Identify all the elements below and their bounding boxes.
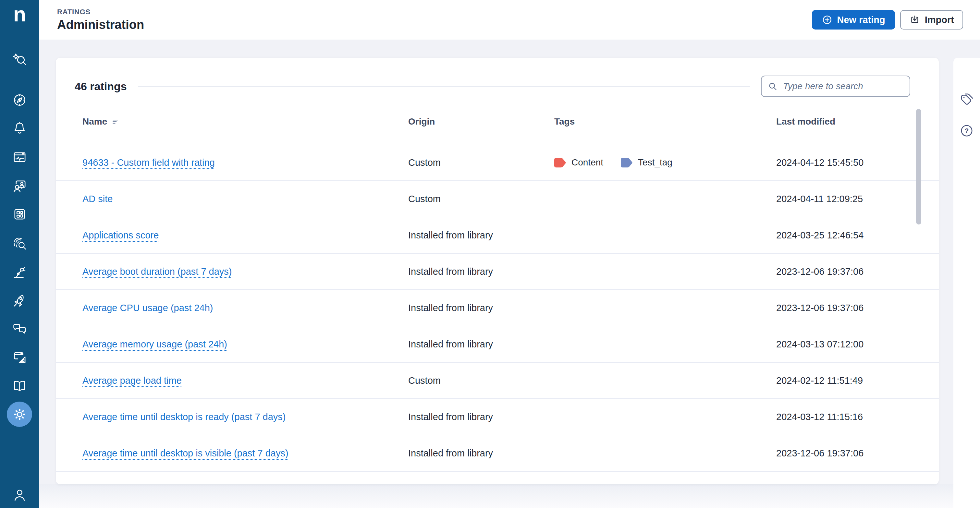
rating-name-link[interactable]: Average time until desktop is visible (p…: [83, 448, 288, 458]
rating-name-link[interactable]: Average CPU usage (past 24h): [83, 303, 213, 313]
sidebar-item-investigations[interactable]: [11, 235, 28, 251]
new-rating-button[interactable]: New rating: [812, 10, 895, 30]
search-box: [761, 76, 910, 97]
rating-name-link[interactable]: Average Wi-Fi signal strength (past 24h): [83, 484, 251, 485]
origin-cell: Installed from library: [408, 484, 554, 485]
chat-bubbles-icon: [12, 321, 27, 337]
sidebar-item-applications[interactable]: [11, 206, 28, 222]
page-title: Administration: [57, 18, 144, 32]
nexthink-logo[interactable]: n: [0, 2, 39, 27]
rating-name-link[interactable]: Average time until desktop is ready (pas…: [83, 412, 286, 422]
last-modified-cell: 2024-03-25 12:46:54: [776, 230, 906, 241]
tag-chip: Content: [554, 157, 603, 168]
sidebar-item-training[interactable]: [11, 178, 28, 194]
import-label: Import: [925, 14, 954, 25]
origin-cell: Custom: [408, 157, 554, 168]
last-modified-cell: 2024-04-11 12:09:25: [776, 194, 906, 204]
table-row: Average CPU usage (past 24h) Installed f…: [56, 290, 939, 326]
tag-icon: [959, 92, 974, 106]
people-screen-icon: [12, 178, 27, 194]
sidebar-item-workspace-design[interactable]: [11, 349, 28, 365]
tag-chip: Test_tag: [621, 157, 672, 168]
table-row: Average Wi-Fi signal strength (past 24h)…: [56, 471, 939, 484]
table-body: 94633 - Custom field with rating Custom …: [56, 144, 939, 484]
origin-cell: Custom: [408, 375, 554, 386]
header-actions: New rating Import: [812, 10, 963, 30]
sidebar-item-discover[interactable]: [11, 92, 28, 108]
apps-grid-icon: [12, 206, 27, 222]
tag-shape-icon: [554, 158, 566, 168]
table-row: AD site Custom 2024-04-11 12:09:25: [56, 181, 939, 217]
fingerprint-search-icon: [12, 236, 27, 251]
origin-cell: Installed from library: [408, 412, 554, 422]
top-bar: RATINGS Administration New rating Import: [39, 0, 980, 40]
rating-name-link[interactable]: AD site: [83, 194, 113, 204]
last-modified-cell: 2023-12-06 19:37:06: [776, 484, 906, 485]
sidebar-item-adoption[interactable]: [11, 292, 28, 308]
page-heading: RATINGS Administration: [57, 8, 144, 32]
table-row: Applications score Installed from librar…: [56, 217, 939, 254]
help-button[interactable]: ?: [959, 123, 974, 138]
breadcrumb: RATINGS: [57, 8, 144, 16]
origin-cell: Custom: [408, 194, 554, 204]
table-row: Average boot duration (past 7 days) Inst…: [56, 254, 939, 290]
heading-divider: [138, 86, 750, 87]
tag-label: Test_tag: [638, 157, 672, 168]
new-rating-label: New rating: [837, 14, 885, 25]
svg-text:?: ?: [965, 127, 969, 134]
rating-name-link[interactable]: 94633 - Custom field with rating: [83, 157, 215, 168]
right-panel: ?: [953, 58, 980, 508]
table-row: 94633 - Custom field with rating Custom …: [56, 144, 939, 181]
ratings-count: 46 ratings: [75, 80, 127, 93]
table-row: Average page load time Custom 2024-02-12…: [56, 363, 939, 399]
sidebar-item-alerts[interactable]: [11, 120, 28, 136]
column-header-last-modified: Last modified: [776, 116, 906, 127]
sidebar-item-library[interactable]: [11, 378, 28, 394]
sidebar-item-account[interactable]: [11, 487, 28, 503]
table-row: Average time until desktop is ready (pas…: [56, 399, 939, 435]
gear-icon: [12, 407, 27, 422]
person-icon: [12, 487, 27, 502]
import-icon: [909, 14, 920, 25]
compass-icon: [12, 92, 27, 108]
tag-label: Content: [571, 157, 603, 168]
left-sidebar: n: [0, 0, 39, 508]
sidebar-item-automation[interactable]: [11, 264, 28, 280]
background-fade: [39, 484, 953, 508]
column-header-name[interactable]: Name: [83, 116, 408, 127]
plus-circle-icon: [822, 14, 833, 25]
last-modified-cell: 2024-02-12 11:51:49: [776, 375, 906, 386]
import-button[interactable]: Import: [900, 10, 963, 30]
bell-icon: [12, 121, 27, 136]
origin-cell: Installed from library: [408, 303, 554, 313]
sidebar-item-ai-search[interactable]: [11, 52, 28, 68]
last-modified-cell: 2023-12-06 19:37:06: [776, 303, 906, 313]
card-header: 46 ratings: [56, 71, 939, 102]
rating-name-link[interactable]: Average memory usage (past 24h): [83, 339, 227, 349]
rating-name-link[interactable]: Applications score: [83, 230, 159, 240]
sidebar-item-settings[interactable]: [7, 402, 32, 427]
table-row: Average time until desktop is visible (p…: [56, 435, 939, 471]
ai-search-icon: [12, 52, 27, 68]
sidebar-item-engage[interactable]: [11, 321, 28, 337]
question-mark-icon: ?: [959, 123, 974, 138]
origin-cell: Installed from library: [408, 266, 554, 277]
column-header-tags: Tags: [554, 116, 776, 127]
table-scrollbar-thumb[interactable]: [916, 109, 921, 224]
last-modified-cell: 2024-03-13 07:12:00: [776, 339, 906, 350]
last-modified-cell: 2024-03-12 11:15:16: [776, 412, 906, 422]
window-pulse-icon: [12, 150, 27, 165]
origin-cell: Installed from library: [408, 339, 554, 350]
search-input[interactable]: [783, 81, 904, 92]
rating-name-link[interactable]: Average boot duration (past 7 days): [83, 266, 232, 277]
last-modified-cell: 2024-04-12 15:45:50: [776, 157, 906, 168]
logo-letter: n: [13, 2, 26, 26]
column-header-name-label: Name: [83, 116, 107, 127]
sidebar-item-monitoring[interactable]: [11, 149, 28, 165]
last-modified-cell: 2023-12-06 19:37:06: [776, 266, 906, 277]
table-row: Average memory usage (past 24h) Installe…: [56, 326, 939, 363]
rating-name-link[interactable]: Average page load time: [83, 375, 182, 386]
tags-panel-button[interactable]: [959, 92, 974, 106]
origin-cell: Installed from library: [408, 448, 554, 459]
column-header-origin: Origin: [408, 116, 554, 127]
